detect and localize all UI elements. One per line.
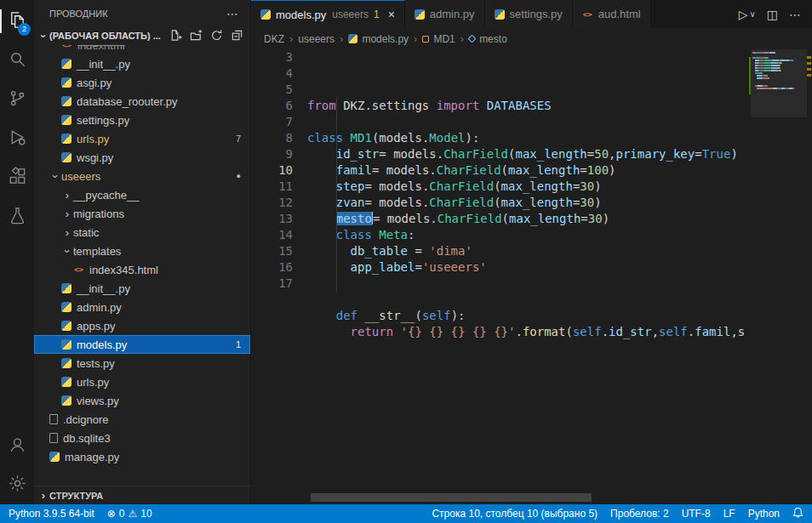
breadcrumb-label: useeers <box>298 33 335 45</box>
tabs: models.pyuseeers1×admin.pysettings.py<>a… <box>251 0 651 28</box>
gear-icon <box>8 474 27 496</box>
tree-item-templates[interactable]: ›templates <box>34 242 250 260</box>
breadcrumb-mesto[interactable]: mesto <box>469 33 507 45</box>
breadcrumb-MD1[interactable]: MD1 <box>422 33 455 45</box>
tree-item-.dcignore[interactable]: .dcignore <box>34 410 250 429</box>
tree-item-urls.py[interactable]: urls.py <box>34 372 250 391</box>
outline-section-header[interactable]: › СТРУКТУРА <box>34 486 250 504</box>
activity-accounts[interactable] <box>0 426 34 465</box>
explorer-actions <box>169 29 243 43</box>
tree-item-views.py[interactable]: views.py <box>34 391 250 410</box>
tree-item-models.py[interactable]: models.py1 <box>34 335 250 354</box>
code-line[interactable]: class Meta: <box>307 227 812 243</box>
py-file-icon <box>61 77 71 88</box>
breadcrumb-label: models.py <box>362 33 409 45</box>
code-line[interactable] <box>307 114 812 130</box>
encoding-status[interactable]: UTF-8 <box>682 504 711 523</box>
breadcrumb-useeers[interactable]: useeers <box>298 33 335 45</box>
tree-item-database_roouter.py[interactable]: database_roouter.py <box>34 92 250 111</box>
tree-item-urls.py[interactable]: urls.py7 <box>34 129 250 148</box>
indentation-status[interactable]: Пробелов: 2 <box>610 504 669 523</box>
tree-item-index345.html[interactable]: <>index345.html <box>34 260 250 279</box>
tree-item-apps.py[interactable]: apps.py <box>34 316 250 335</box>
tree-item-indexhtml[interactable]: <>indexhtml <box>34 45 250 54</box>
tree-item-static[interactable]: ›static <box>34 223 250 242</box>
tab-aud.html[interactable]: <>aud.html <box>573 0 651 28</box>
breadcrumb-DKZ[interactable]: DKZ <box>264 33 284 45</box>
activity-search[interactable] <box>0 41 34 80</box>
breadcrumb-separator-icon: › <box>289 32 293 45</box>
interpreter-label: Python 3.9.5 64-bit <box>9 508 94 520</box>
tree-item-__init__.py[interactable]: __init__.py <box>34 54 250 73</box>
tree-item-wsgi.py[interactable]: wsgi.py <box>34 148 250 167</box>
problems-status[interactable]: ⊗ 0 ⚠ 10 <box>107 504 152 523</box>
code-line[interactable] <box>307 276 812 292</box>
tab-models.py[interactable]: models.pyuseeers1× <box>251 0 405 28</box>
split-editor-icon[interactable]: ◫ <box>767 8 778 21</box>
code-line[interactable]: class MD1(models.Model): <box>307 130 812 146</box>
code-line[interactable] <box>307 292 812 308</box>
git-branch-icon <box>8 88 27 111</box>
activity-settings[interactable] <box>0 465 34 504</box>
explorer-more-actions-icon[interactable]: ⋯ <box>226 7 238 20</box>
breadcrumb-label: MD1 <box>433 33 455 45</box>
py-file-icon <box>61 59 71 69</box>
activity-explorer[interactable]: 2 <box>0 2 34 41</box>
python-interpreter-status[interactable]: Python 3.9.5 64-bit <box>9 504 94 523</box>
notifications-bell[interactable] <box>792 504 803 523</box>
tree-item-settings.py[interactable]: settings.py <box>34 111 250 129</box>
tree-item-admin.py[interactable]: admin.py <box>34 298 250 316</box>
workspace-section-header[interactable]: › (РАБОЧАЯ ОБЛАСТЬ) ... <box>34 26 250 45</box>
tab-problems-badge: 1 <box>374 9 380 20</box>
line-number: 11 <box>251 179 293 195</box>
code-line[interactable]: app_label='useeers' <box>307 259 812 276</box>
activity-testing[interactable] <box>0 197 34 236</box>
new-folder-icon[interactable] <box>190 29 203 43</box>
tree-item-__init__.py[interactable]: __init__.py <box>34 279 250 298</box>
code-line[interactable]: return '{} {} {} {} {}'.format(self.id_s… <box>307 324 812 340</box>
close-icon[interactable]: × <box>388 8 395 21</box>
more-actions-icon[interactable]: ⋯ <box>789 8 801 21</box>
code-line[interactable]: zvan= models.CharField(max_length=30) <box>307 195 812 211</box>
code-line[interactable]: from DKZ.settings import DATABASES <box>307 98 812 114</box>
tree-item-manage.py[interactable]: manage.py <box>34 447 250 466</box>
code-line[interactable]: mesto= models.CharField(max_length=30) <box>307 211 812 227</box>
code-line[interactable]: famil= models.CharField(max_length=100) <box>307 162 812 179</box>
code-line[interactable]: def __str__(self): <box>307 308 812 324</box>
tree-item-useeers[interactable]: ›useeers● <box>34 167 250 185</box>
cursor-position-status[interactable]: Строка 10, столбец 10 (выбрано 5) <box>432 504 598 523</box>
collapse-all-icon[interactable] <box>231 29 243 43</box>
line-number: 7 <box>251 114 293 130</box>
eol-status[interactable]: LF <box>723 504 735 523</box>
run-python-file-button[interactable]: ▷ ∨ <box>739 8 756 21</box>
tree-item-tests.py[interactable]: tests.py <box>34 354 250 372</box>
language-mode-status[interactable]: Python <box>748 504 780 523</box>
code-line[interactable]: db_table = 'dima' <box>307 243 812 259</box>
tree-item-asgi.py[interactable]: asgi.py <box>34 73 250 92</box>
code-line[interactable]: id_str= models.CharField(max_length=50,p… <box>307 146 812 162</box>
activity-bar: 2 <box>0 0 34 504</box>
tree-item-migrations[interactable]: ›migrations <box>34 204 250 223</box>
code-line[interactable]: step= models.CharField(max_length=30) <box>307 179 812 195</box>
tree-item-db.sqlite3[interactable]: db.sqlite3 <box>34 429 250 447</box>
outline-label: СТРУКТУРА <box>49 491 103 501</box>
tree-item-label: admin.py <box>77 301 122 314</box>
breadcrumb-models.py[interactable]: models.py <box>348 33 409 45</box>
code-area[interactable]: from DKZ.settings import DATABASESclass … <box>307 49 812 504</box>
new-file-icon[interactable] <box>169 29 182 43</box>
activity-extensions[interactable] <box>0 158 34 197</box>
minimap[interactable] <box>752 49 805 90</box>
py-file-icon <box>49 452 60 462</box>
line-number: 13 <box>251 211 293 227</box>
run-icon: ▷ <box>739 8 748 21</box>
tab-admin.py[interactable]: admin.py <box>405 0 485 28</box>
tab-settings.py[interactable]: settings.py <box>485 0 573 28</box>
horizontal-scrollbar[interactable] <box>311 493 592 502</box>
tree-item-label: urls.py <box>77 133 109 145</box>
refresh-icon[interactable] <box>210 29 223 43</box>
tab-label: settings.py <box>510 8 563 20</box>
tree-item-__pycache__[interactable]: ›__pycache__ <box>34 185 250 204</box>
activity-run-debug[interactable] <box>0 119 34 158</box>
activity-source-control[interactable] <box>0 80 34 119</box>
encoding-label: UTF-8 <box>682 508 711 520</box>
